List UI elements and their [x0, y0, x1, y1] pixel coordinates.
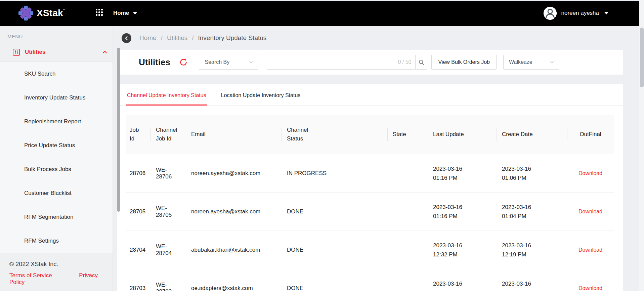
page-header-panel: Utilities Search By 0 / 50: [117, 50, 623, 75]
sidebar-item-rfm-settings[interactable]: RFM Settings: [0, 229, 113, 253]
column-header: Last Update: [428, 115, 497, 154]
window-top-edge: [0, 0, 644, 1]
email-cell: noreen.ayesha@xstak.com: [186, 193, 282, 231]
email-cell: oe.adapters@xstak.com: [186, 269, 282, 291]
job-id-cell: 28706: [126, 154, 151, 193]
tabs-bar: Channel Update Inventory StatusLocation …: [117, 84, 623, 106]
outfinal-cell: Download: [567, 154, 614, 193]
sidebar-item-bulk-process-jobs[interactable]: Bulk Process Jobs: [0, 157, 113, 181]
chevron-up-icon: [102, 50, 107, 54]
table-row: 28706WE-28706noreen.ayesha@xstak.comIN P…: [126, 154, 614, 193]
channel-status-cell: DONE: [282, 193, 387, 231]
create-date-cell: 2023-03-16 12:19 PM: [497, 231, 567, 269]
view-bulk-orders-job-button[interactable]: View Bulk Orders Job: [431, 55, 497, 70]
user-name[interactable]: noreen ayesha: [561, 10, 599, 16]
breadcrumb-row: Home/Utilities/Inventory Update Status: [113, 26, 644, 50]
home-caret-icon: [133, 12, 137, 14]
jobs-panel: Channel Update Inventory StatusLocation …: [117, 84, 623, 291]
table-row: 28703WE-28703oe.adapters@xstak.comDONE20…: [126, 269, 614, 291]
outfinal-cell: Download: [567, 231, 614, 269]
xstak-logo-icon: [18, 6, 33, 20]
column-header: Job Id: [126, 115, 151, 154]
copyright-text: © 2022 XStak Inc.: [9, 261, 113, 268]
store-select[interactable]: Walkeaze: [503, 55, 559, 70]
nav-home-label: Home: [113, 10, 129, 16]
chevron-down-icon: [249, 60, 253, 65]
sidebar-item-sku-search[interactable]: SKU Search: [0, 62, 113, 86]
last-update-cell: 2023-03-16 10:35: [428, 269, 497, 291]
toolbar-controls: Search By 0 / 50: [199, 55, 559, 70]
channel-status-cell: DONE: [282, 231, 387, 269]
sidebar-item-rfm-segmentation[interactable]: RFM Segmentation: [0, 205, 113, 229]
channel-status-cell: DONE: [282, 269, 387, 291]
column-header: Email: [186, 115, 282, 154]
breadcrumb-item[interactable]: Home: [139, 34, 157, 42]
app-window: XStak ° Home noreen ayesha MENU: [0, 0, 644, 291]
sidebar-menu-heading: MENU: [0, 26, 113, 39]
column-header: Channel Status: [282, 115, 387, 154]
sidebar-item-customer-blacklist[interactable]: Customer Blacklist: [0, 181, 113, 205]
sidebar-submenu: SKU SearchInventory Update StatusRepleni…: [0, 61, 113, 253]
search-by-value: Search By: [205, 59, 245, 65]
email-cell: noreen.ayesha@xstak.com: [186, 154, 282, 193]
sidebar-footer: © 2022 XStak Inc. Terms of Service Priva…: [0, 253, 113, 291]
create-date-cell: 2023-03-16 10:35: [497, 269, 567, 291]
download-link[interactable]: Download: [578, 285, 602, 291]
column-header: OutFinal: [567, 115, 614, 154]
store-select-value: Walkeaze: [509, 59, 546, 65]
back-button[interactable]: [122, 33, 131, 43]
refresh-icon[interactable]: [179, 58, 187, 66]
job-id-cell: 28705: [126, 193, 151, 231]
nav-home-menu[interactable]: Home: [113, 10, 137, 16]
sidebar-item-replenishment-report[interactable]: Replenishment Report: [0, 110, 113, 133]
create-date-cell: 2023-03-16 01:04 PM: [497, 193, 567, 231]
download-link[interactable]: Download: [578, 209, 602, 214]
download-link[interactable]: Download: [578, 170, 602, 176]
channel-job-id-cell: WE-28703: [151, 269, 186, 291]
sidebar-item-price-update-status[interactable]: Price Update Status: [0, 133, 113, 157]
jobs-table: Job IdChannel Job IdEmailChannel StatusS…: [126, 115, 614, 291]
last-update-cell: 2023-03-16 01:16 PM: [428, 154, 497, 193]
tab-channel-update-inventory-status[interactable]: Channel Update Inventory Status: [126, 92, 207, 105]
last-update-cell: 2023-03-16 01:16 PM: [428, 193, 497, 231]
channel-job-id-cell: WE-28706: [151, 154, 186, 193]
page-scrollbar-thumb[interactable]: [640, 28, 644, 87]
breadcrumb-item: Inventory Update Status: [198, 34, 266, 42]
download-link[interactable]: Download: [578, 247, 602, 253]
sidebar-scrollbar-thumb[interactable]: [117, 48, 120, 212]
user-menu[interactable]: noreen ayesha: [544, 7, 638, 20]
last-update-cell: 2023-03-16 12:32 PM: [428, 231, 497, 269]
sidebar-item-utilities-label: Utilities: [25, 49, 102, 55]
email-cell: abubakar.khan@xstak.com: [186, 231, 282, 269]
job-id-cell: 28703: [126, 269, 151, 291]
state-cell: [387, 231, 428, 269]
table-header-row: Job IdChannel Job IdEmailChannel StatusS…: [126, 115, 614, 154]
page-scrollbar: [639, 0, 644, 291]
column-header: Channel Job Id: [151, 115, 186, 154]
column-header: Create Date: [497, 115, 567, 154]
outfinal-cell: Download: [567, 193, 614, 231]
channel-job-id-cell: WE-28704: [151, 231, 186, 269]
column-header: State: [387, 115, 428, 154]
sliders-icon: [13, 49, 20, 56]
sidebar-item-utilities[interactable]: Utilities: [0, 43, 113, 61]
brand-trademark: °: [63, 8, 65, 13]
outfinal-cell: Download: [567, 269, 614, 291]
brand-logo[interactable]: XStak °: [18, 6, 65, 20]
breadcrumb-item[interactable]: Utilities: [167, 34, 187, 42]
chevron-down-icon: [550, 60, 554, 65]
tab-location-update-inventory-status[interactable]: Location Update Inventory Status: [220, 92, 301, 105]
search-button[interactable]: [415, 55, 427, 70]
terms-of-service-link[interactable]: Terms of Service: [9, 272, 52, 279]
breadcrumb-separator: /: [192, 34, 194, 42]
apps-grid-icon[interactable]: [96, 9, 104, 17]
search-by-select[interactable]: Search By: [199, 55, 258, 70]
main-content: Home/Utilities/Inventory Update Status U…: [113, 26, 644, 291]
sidebar-item-inventory-update-status[interactable]: Inventory Update Status: [0, 86, 113, 110]
user-avatar[interactable]: [544, 7, 557, 20]
create-date-cell: 2023-03-16 01:06 PM: [497, 154, 567, 193]
top-navbar: XStak ° Home noreen ayesha: [0, 0, 644, 26]
brand-name: XStak: [37, 6, 63, 20]
page-title: Utilities: [139, 57, 170, 68]
search-input[interactable]: [272, 59, 398, 65]
